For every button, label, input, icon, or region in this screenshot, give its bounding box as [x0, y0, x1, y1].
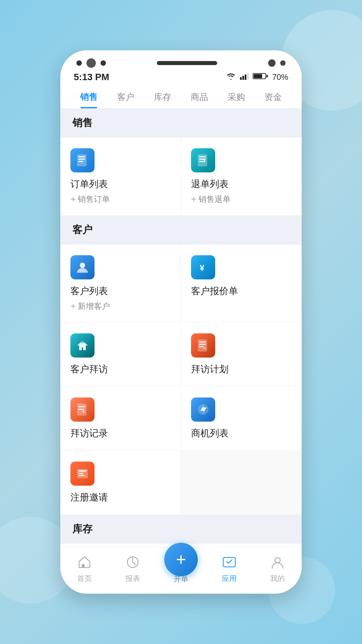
svg-rect-8: [78, 156, 85, 157]
tab-inventory[interactable]: 库存: [144, 85, 181, 108]
notch-dot-2: [86, 58, 96, 68]
notch-dot-4: [268, 59, 276, 67]
list-item-customer-quote[interactable]: ¥ 客户报价单: [181, 245, 302, 323]
notch-dots-left: [76, 58, 106, 68]
app-icon: [221, 553, 238, 571]
svg-rect-13: [199, 159, 206, 160]
empty-cell-1: [181, 451, 302, 515]
section-header-sales: 销售: [60, 109, 302, 137]
list-item-register-invite[interactable]: 注册邀请: [60, 451, 181, 515]
status-icons: 70%: [226, 72, 288, 82]
tab-sales[interactable]: 销售: [70, 85, 107, 108]
customer-visit-label: 客户拜访: [70, 363, 108, 376]
svg-rect-6: [266, 75, 268, 77]
svg-rect-11: [198, 154, 207, 166]
notch-dot-3: [101, 60, 106, 66]
tab-customer[interactable]: 客户: [107, 85, 144, 108]
section-header-inventory: 库存: [60, 515, 302, 543]
section-header-customer: 客户: [60, 216, 302, 244]
fab-plus-icon: +: [176, 551, 186, 568]
wifi-icon: [226, 72, 236, 82]
bottom-nav: 首页 报表 + 开单: [60, 547, 302, 594]
list-item-other-in[interactable]: 其它入库: [181, 544, 302, 547]
list-item-order-list[interactable]: 订单列表 + 销售订单: [60, 138, 181, 216]
visit-plan-label: 拜访计划: [191, 363, 229, 376]
svg-rect-9: [78, 159, 85, 160]
list-item-batch-inventory[interactable]: 批次库存列表: [60, 544, 181, 547]
svg-rect-27: [78, 470, 86, 472]
mine-label: 我的: [270, 574, 285, 584]
notch-dots-right: [268, 59, 286, 67]
bottom-nav-app[interactable]: 应用: [205, 553, 253, 584]
customer-quote-icon: ¥: [191, 255, 215, 279]
svg-rect-12: [199, 156, 206, 157]
notch-bar: [157, 61, 217, 65]
signal-icon: [240, 72, 249, 82]
list-item-visit-plan[interactable]: 拜访计划: [181, 323, 302, 387]
customer-visit-icon: [70, 333, 95, 358]
mine-icon: [269, 553, 286, 571]
customer-grid: 客户列表 + 新增客户 ¥ 客户报价单: [60, 244, 302, 515]
return-list-icon: [191, 148, 215, 172]
svg-rect-3: [247, 73, 249, 80]
register-invite-label: 注册邀请: [70, 491, 108, 504]
visit-record-label: 拜访记录: [70, 427, 108, 440]
list-item-customer-list[interactable]: 客户列表 + 新增客户: [60, 245, 181, 323]
app-label: 应用: [222, 574, 237, 584]
bottom-nav-report[interactable]: 报表: [109, 553, 157, 584]
svg-rect-1: [242, 76, 244, 80]
visit-record-icon: [70, 397, 95, 422]
tab-goods[interactable]: 商品: [181, 85, 218, 108]
svg-rect-35: [82, 564, 84, 568]
report-label: 报表: [125, 574, 140, 584]
svg-rect-29: [78, 475, 84, 476]
customer-list-action: + 新增客户: [70, 301, 110, 312]
svg-rect-5: [254, 74, 262, 78]
biz-list-icon: [191, 397, 215, 422]
phone-frame: 5:13 PM: [60, 50, 302, 594]
section-title-inventory: 库存: [72, 523, 93, 534]
bottom-nav-open[interactable]: + 开单: [157, 553, 205, 584]
tab-finance[interactable]: 资金: [255, 85, 292, 108]
report-icon: [124, 553, 141, 571]
svg-point-38: [275, 557, 280, 563]
bottom-nav-mine[interactable]: 我的: [253, 553, 302, 584]
notch-area: [60, 50, 302, 68]
customer-list-label: 客户列表: [70, 285, 108, 298]
svg-rect-10: [78, 161, 83, 162]
main-content: 销售 订单列表 + 销售订单: [60, 109, 302, 547]
status-time: 5:13 PM: [74, 72, 109, 83]
nav-tabs: 销售 客户 库存 商品 采购 资金: [60, 85, 302, 109]
fab-button[interactable]: +: [164, 543, 198, 576]
biz-list-label: 商机列表: [191, 427, 229, 440]
list-item-customer-visit[interactable]: 客户拜访: [60, 323, 181, 387]
svg-rect-14: [199, 161, 204, 162]
customer-list-icon: [70, 255, 95, 279]
notch-dot-1: [76, 60, 82, 66]
list-item-biz-list[interactable]: 商机列表: [181, 387, 302, 451]
visit-plan-icon: [191, 333, 215, 358]
svg-rect-24: [78, 409, 84, 410]
svg-point-15: [80, 263, 85, 268]
order-list-action: + 销售订单: [70, 194, 110, 205]
svg-rect-7: [77, 154, 86, 166]
home-label: 首页: [77, 574, 92, 584]
svg-rect-21: [199, 346, 204, 347]
list-item-visit-record[interactable]: 拜访记录: [60, 387, 181, 451]
battery-icon: [253, 72, 268, 82]
home-icon: [76, 553, 93, 571]
sales-grid: 订单列表 + 销售订单 退单列表: [60, 137, 302, 216]
svg-rect-2: [245, 74, 246, 80]
svg-text:¥: ¥: [200, 263, 204, 272]
tab-purchase[interactable]: 采购: [218, 85, 255, 108]
bottom-nav-home[interactable]: 首页: [60, 553, 109, 584]
svg-rect-18: [198, 339, 207, 352]
svg-rect-19: [199, 341, 206, 342]
customer-quote-label: 客户报价单: [191, 285, 238, 298]
notch-dot-5: [280, 60, 286, 66]
list-item-return-list[interactable]: 退单列表 + 销售退单: [181, 138, 302, 216]
svg-point-17: [81, 341, 83, 343]
status-bar: 5:13 PM: [60, 68, 302, 85]
return-list-label: 退单列表: [191, 178, 229, 191]
order-list-label: 订单列表: [70, 178, 108, 191]
